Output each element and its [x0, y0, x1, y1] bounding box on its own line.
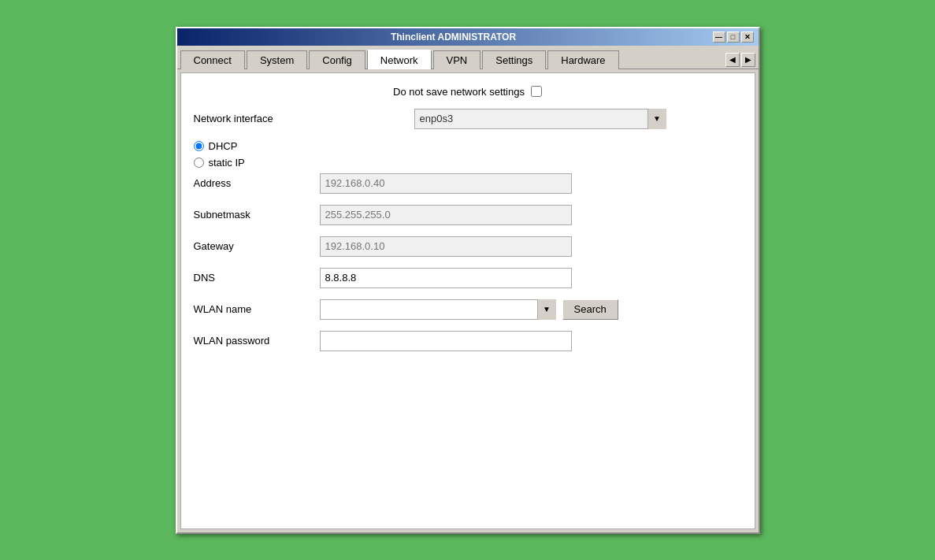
dhcp-radio[interactable]: [194, 141, 204, 151]
static-ip-label: static IP: [209, 157, 245, 169]
dhcp-radio-row: DHCP: [194, 140, 742, 152]
wlan-password-input[interactable]: [320, 331, 572, 351]
address-label: Address: [194, 177, 320, 189]
dns-row: DNS: [194, 268, 742, 288]
wlan-name-label: WLAN name: [194, 303, 320, 315]
wlan-name-row: WLAN name ▼ Search: [194, 299, 742, 320]
network-interface-row: Network interface enp0s3 ▼: [194, 109, 742, 129]
gateway-row: Gateway: [194, 236, 742, 257]
wlan-name-dropdown-wrap: ▼: [320, 299, 556, 320]
gateway-label: Gateway: [194, 240, 320, 252]
do-not-save-checkbox[interactable]: [531, 86, 542, 97]
tab-bar: Connect System Config Network VPN Settin…: [177, 46, 759, 69]
network-interface-label: Network interface: [194, 113, 414, 124]
titlebar-left-spacer: [182, 32, 195, 43]
do-not-save-label: Do not save network settings: [393, 86, 525, 98]
tab-prev-button[interactable]: ◀: [725, 53, 740, 67]
search-button[interactable]: Search: [562, 299, 618, 320]
address-row: Address: [194, 173, 742, 194]
dhcp-label: DHCP: [209, 140, 238, 152]
static-ip-radio[interactable]: [194, 158, 204, 168]
close-button[interactable]: ✕: [741, 32, 754, 43]
titlebar: Thinclient ADMINISTRATOR — □ ✕: [177, 28, 759, 46]
address-input[interactable]: [320, 173, 572, 194]
do-not-save-row: Do not save network settings: [194, 86, 742, 98]
tab-navigation: ◀ ▶: [725, 53, 759, 69]
content-area: Do not save network settings Network int…: [180, 72, 755, 529]
tab-config[interactable]: Config: [309, 50, 365, 69]
wlan-password-label: WLAN password: [194, 335, 320, 347]
tab-next-button[interactable]: ▶: [741, 53, 755, 67]
dns-label: DNS: [194, 272, 320, 284]
network-interface-select[interactable]: enp0s3: [414, 109, 666, 129]
window-title: Thinclient ADMINISTRATOR: [195, 32, 713, 43]
subnetmask-input[interactable]: [320, 205, 572, 225]
wlan-name-select[interactable]: [320, 299, 556, 320]
subnetmask-label: Subnetmask: [194, 209, 320, 221]
tab-vpn[interactable]: VPN: [433, 50, 481, 69]
tab-connect[interactable]: Connect: [180, 50, 245, 69]
static-ip-radio-row: static IP: [194, 157, 742, 169]
tab-hardware[interactable]: Hardware: [547, 50, 618, 69]
tab-settings[interactable]: Settings: [482, 50, 546, 69]
ip-mode-group: DHCP static IP: [194, 140, 742, 169]
gateway-input[interactable]: [320, 236, 572, 257]
titlebar-controls: — □ ✕: [713, 32, 754, 43]
wlan-password-row: WLAN password: [194, 331, 742, 351]
main-window: Thinclient ADMINISTRATOR — □ ✕ Connect S…: [176, 27, 760, 534]
maximize-button[interactable]: □: [727, 32, 740, 43]
subnetmask-row: Subnetmask: [194, 205, 742, 225]
network-interface-dropdown-wrap: enp0s3 ▼: [414, 109, 666, 129]
tab-system[interactable]: System: [247, 50, 307, 69]
tab-network[interactable]: Network: [367, 50, 432, 69]
minimize-button[interactable]: —: [713, 32, 725, 43]
dns-input[interactable]: [320, 268, 572, 288]
